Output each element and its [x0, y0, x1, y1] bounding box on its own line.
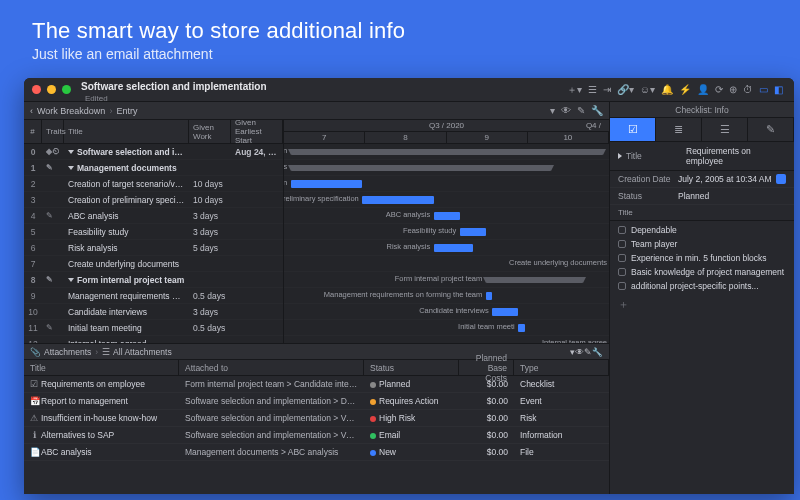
marketing-headline: The smart way to store additional info	[32, 18, 768, 44]
col-start[interactable]: Given Earliest Start	[231, 120, 283, 143]
timer-icon[interactable]: ⏱	[743, 84, 753, 95]
col-traits[interactable]: Traits	[42, 120, 64, 143]
ahdr-attached[interactable]: Attached to	[179, 360, 364, 375]
ahdr-title[interactable]: Title	[24, 360, 179, 375]
gantt-week: 9	[447, 132, 528, 143]
attach-brush-icon[interactable]: ✎	[584, 347, 592, 357]
task-row[interactable]: 0◆⏲Software selection and implementation…	[24, 144, 283, 160]
col-work[interactable]: Given Work	[189, 120, 231, 143]
task-row[interactable]: 12Internal team agreed	[24, 336, 283, 344]
checklist-item[interactable]: Basic knowledge of project management	[610, 265, 794, 279]
attach-eye-icon[interactable]: 👁	[575, 347, 584, 357]
task-row[interactable]: 5Feasibility study3 days	[24, 224, 283, 240]
attachment-row[interactable]: ℹAlternatives to SAPSoftware selection a…	[24, 427, 609, 444]
insp-date-val[interactable]: July 2, 2005 at 10:34 AM	[678, 174, 772, 184]
checkbox-icon[interactable]	[618, 268, 626, 276]
close-icon[interactable]	[32, 85, 41, 94]
inspector-tab-edit[interactable]: ✎	[748, 118, 794, 141]
insp-status-label: Status	[618, 191, 678, 201]
attach-wrench-icon[interactable]: 🔧	[592, 347, 603, 357]
gantt-row[interactable]: Software selection and implementation	[284, 144, 609, 160]
task-row[interactable]: 8✎Form internal project team	[24, 272, 283, 288]
inspector: Checklist: Info ☑ ≣ ☰ ✎ Title Requiremen…	[609, 102, 794, 494]
eye-icon[interactable]: 👁	[561, 105, 571, 116]
bolt-icon[interactable]: ⚡	[679, 84, 691, 95]
checkbox-icon[interactable]	[618, 226, 626, 234]
task-row[interactable]: 3Creation of preliminary specification10…	[24, 192, 283, 208]
gantt-row[interactable]: Internal team agree	[284, 336, 609, 343]
crumb-a[interactable]: Work Breakdown	[37, 106, 105, 116]
ahdr-status[interactable]: Status	[364, 360, 459, 375]
attachment-row[interactable]: ☑Requirements on employeeForm internal p…	[24, 376, 609, 393]
insp-status-val[interactable]: Planned	[678, 191, 786, 201]
gantt-row[interactable]: Creation of preliminary specification	[284, 192, 609, 208]
insp-title-val[interactable]: Requirements on employee	[686, 146, 786, 166]
disclosure-icon[interactable]	[618, 153, 622, 159]
gantt-row[interactable]: Creation of target scenario/vision	[284, 176, 609, 192]
gantt-row[interactable]: Form internal project team	[284, 272, 609, 288]
task-row[interactable]: 11✎Initial team meeting0.5 days	[24, 320, 283, 336]
wrench-icon[interactable]: 🔧	[591, 105, 603, 116]
gantt-row[interactable]: Risk analysis	[284, 240, 609, 256]
checklist-item[interactable]: additional project-specific points...	[610, 279, 794, 293]
task-row[interactable]: 7Create underlying documents	[24, 256, 283, 272]
minimize-icon[interactable]	[47, 85, 56, 94]
checklist-add[interactable]: ＋	[610, 295, 794, 314]
panel-left-icon[interactable]: ▭	[759, 84, 768, 95]
col-num[interactable]: #	[24, 120, 42, 143]
checkbox-icon[interactable]	[618, 240, 626, 248]
attachment-row[interactable]: ⚠Insufficient in-house know-howSoftware …	[24, 410, 609, 427]
task-row[interactable]: 6Risk analysis5 days	[24, 240, 283, 256]
bell-icon[interactable]: 🔔	[661, 84, 673, 95]
gantt-chart[interactable]: Q3 / 2020Q4 / 78910 Software selection a…	[284, 120, 609, 343]
app-window: Software selection and implementation Ed…	[24, 78, 794, 494]
user-icon[interactable]: 👤	[697, 84, 709, 95]
attachment-row[interactable]: 📄ABC analysisManagement documents > ABC …	[24, 444, 609, 461]
attach-crumb-b[interactable]: All Attachments	[113, 347, 172, 357]
sync-icon[interactable]: ⟳	[715, 84, 723, 95]
gantt-row[interactable]: Management requirements on forming the t…	[284, 288, 609, 304]
crumb-back-icon[interactable]: ‹	[30, 106, 33, 116]
task-row[interactable]: 1✎Management documents	[24, 160, 283, 176]
date-picker-icon[interactable]	[776, 174, 786, 184]
gantt-row[interactable]: Feasibility study	[284, 224, 609, 240]
ahdr-type[interactable]: Type	[514, 360, 609, 375]
gantt-row[interactable]: Management documents	[284, 160, 609, 176]
inspector-tab-bars[interactable]: ☰	[702, 118, 748, 141]
task-row[interactable]: 9Management requirements on forming the …	[24, 288, 283, 304]
inspector-tab-check[interactable]: ☑	[610, 118, 656, 141]
zoom-icon[interactable]	[62, 85, 71, 94]
task-row[interactable]: 4✎ABC analysis3 days	[24, 208, 283, 224]
globe-icon[interactable]: ⊕	[729, 84, 737, 95]
gantt-row[interactable]: Create underlying documents	[284, 256, 609, 272]
panel-right-icon[interactable]: ◧	[774, 84, 783, 95]
gantt-row[interactable]: Candidate interviews	[284, 304, 609, 320]
ahdr-cost[interactable]: Planned Base Costs	[459, 360, 514, 375]
gantt-row[interactable]: ABC analysis	[284, 208, 609, 224]
checkbox-icon[interactable]	[618, 254, 626, 262]
checklist-item[interactable]: Experience in min. 5 function blocks	[610, 251, 794, 265]
task-row[interactable]: 10Candidate interviews3 days	[24, 304, 283, 320]
link-icon[interactable]: 🔗▾	[617, 84, 634, 95]
attachment-row[interactable]: 📅Report to managementSoftware selection …	[24, 393, 609, 410]
brush-icon[interactable]: ✎	[577, 105, 585, 116]
gantt-week: 7	[284, 132, 365, 143]
checklist-item[interactable]: Team player	[610, 237, 794, 251]
checklist-item[interactable]: Dependable	[610, 223, 794, 237]
inspector-tab-list[interactable]: ≣	[656, 118, 702, 141]
task-row[interactable]: 2Creation of target scenario/vision10 da…	[24, 176, 283, 192]
list-icon[interactable]: ☰	[588, 84, 597, 95]
window-title: Software selection and implementation	[81, 81, 267, 92]
smile-icon[interactable]: ☺▾	[640, 84, 655, 95]
add-icon[interactable]: ＋▾	[567, 83, 582, 97]
filter-icon[interactable]: ▾	[550, 105, 555, 116]
gantt-row[interactable]: Initial team meeti	[284, 320, 609, 336]
attach-crumb-a[interactable]: Attachments	[44, 347, 91, 357]
attach-icon: 📎	[30, 347, 41, 357]
col-title[interactable]: Title	[64, 120, 189, 143]
indent-icon[interactable]: ⇥	[603, 84, 611, 95]
attachments-panel: 📎 Attachments › ☰ All Attachments ▾ 👁 ✎ …	[24, 344, 609, 494]
checklist-header: Title	[610, 205, 794, 221]
checkbox-icon[interactable]	[618, 282, 626, 290]
crumb-b[interactable]: Entry	[116, 106, 137, 116]
